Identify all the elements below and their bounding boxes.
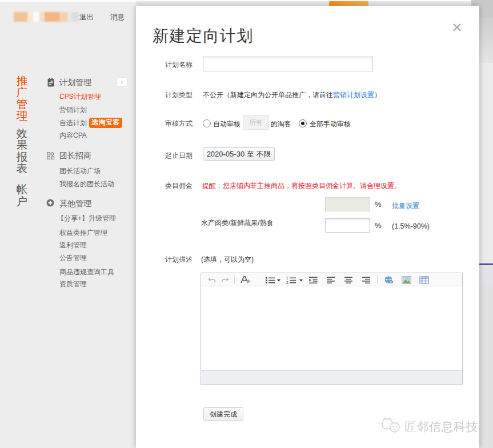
commission-warning: 提醒：您店铺内非主推商品，将按照类目佣金计算。请合理设置。 [202,182,401,190]
clipboard-icon [47,78,54,89]
align-right-icon[interactable] [362,275,371,285]
description-editor: 1 2 [201,273,463,385]
dialog-title: 新建定向计划 [153,27,254,45]
dates-label: 起止日期 [165,151,202,159]
vnav-item-promotion[interactable]: 推广管理 [17,75,29,121]
logout-link[interactable]: 退出 [79,13,94,21]
sidebar-item-share-plus[interactable]: 【分享+】升级管理 [57,214,116,222]
remove-format-icon[interactable] [240,275,251,285]
type-text: 不公开（新建定向为公开单品推广，请前往营销计划设置） [203,91,381,99]
svg-text:2: 2 [286,280,288,284]
watermark-text: 匠邻信息科技 [404,419,478,435]
svg-text:1: 1 [286,276,288,280]
submit-button[interactable]: 创建完成 [203,407,243,421]
undo-icon[interactable] [207,275,217,285]
editor-toolbar: 1 2 [201,273,462,286]
sidebar-item-my-leader-activities[interactable]: 我报名的团长活动 [59,180,114,188]
audit-label: 审核方式 [165,119,202,127]
type-text-before: 不公开（新建定向为公开单品推广，请前往 [203,91,333,99]
watermark-logo [380,417,402,437]
type-label: 计划类型 [165,91,202,99]
messages-link[interactable]: 消息 [110,13,125,21]
grid-icon [47,151,54,162]
description-hint: (选填，可以为空) [201,255,254,263]
date-range-button[interactable]: 2020-05-30 至 不限 [203,147,275,161]
editor-content[interactable] [201,287,462,370]
align-center-icon[interactable] [344,275,353,285]
toolbar-separator [377,275,378,284]
taoke-badge[interactable]: 选淘宝客 [89,118,122,128]
vnav-item-reports[interactable]: 效果报表 [17,127,29,174]
name-label: 计划名称 [165,61,202,69]
editor-statusbar [201,370,462,384]
description-label: 计划描述 [165,255,202,263]
sidebar-item-self-select-plan[interactable]: 自选计划 [59,119,87,127]
auto-audit-option[interactable]: 自动审核 [213,120,241,128]
bullet-list-icon[interactable] [265,275,281,285]
manual-audit-option[interactable]: 全部手动审核 [310,120,351,128]
auto-audit-radio[interactable] [203,119,211,127]
sidebar-item-announcement[interactable]: 公告管理 [59,254,87,262]
percent-sign-2: % [375,222,382,230]
image-icon[interactable] [402,275,411,285]
type-text-after: ） [374,91,381,99]
manual-audit-radio[interactable] [299,119,307,127]
sidebar-item-cps-plan[interactable]: CPS计划管理 [59,93,101,101]
sidebar-item-qualification[interactable]: 资质管理 [59,280,87,288]
plan-name-input[interactable] [203,57,373,71]
marketing-plan-settings-link[interactable]: 营销计划设置 [333,91,374,99]
indent-icon[interactable] [308,275,318,285]
new-plan-dialog: 新建定向计划 计划名称 计划类型 不公开（新建定向为公开单品推广，请前往营销计划… [136,6,479,448]
percent-sign-1: % [375,201,382,209]
default-commission-input [325,197,370,211]
sidebar-section-leader-recruit[interactable]: 团长招商 [59,151,91,160]
toolbar-separator [234,275,235,284]
redacted-username [14,12,78,22]
page: 退出 消息 推广管理 效果报表 帐户 计划管理 ‹ CPS计划管理 营销计划 自… [0,0,493,448]
sidebar-section-other-management[interactable]: 其他管理 [59,199,91,208]
scope-button[interactable]: 所有 [243,115,269,130]
range-hint: (1.5%-90%) [392,222,430,230]
plus-circle-icon [46,199,54,209]
dimmed-background-strip [479,0,493,448]
sidebar-item-marketing-plan[interactable]: 营销计划 [59,106,87,114]
batch-set-link[interactable]: 批量设置 [392,202,419,210]
close-icon[interactable] [451,22,463,33]
sidebar-item-rebate-management[interactable]: 返利管理 [59,241,87,249]
table-icon[interactable] [419,275,429,285]
numbered-list-icon[interactable]: 1 2 [286,275,304,285]
link-icon[interactable] [384,275,394,285]
vertical-nav: 推广管理 效果报表 帐户 [17,75,29,207]
align-left-icon[interactable] [326,275,335,285]
sidebar-item-leader-plaza[interactable]: 团长活动广场 [59,167,101,175]
category-name: 水产肉类/新鲜蔬果/熟食 [201,219,274,227]
sidebar-item-violation-tool[interactable]: 商品违规查询工具 [59,268,114,276]
category-commission-input[interactable] [325,218,370,233]
progress-segment [329,1,368,6]
sidebar-item-content-cpa[interactable]: 内容CPA [59,131,87,139]
redacted-separator [72,13,78,21]
sidebar-collapse-button[interactable]: ‹ [117,77,127,87]
auto-audit-suffix: 的淘客 [271,120,291,128]
sidebar-item-rights-promotion[interactable]: 权益类推广管理 [59,229,107,237]
sidebar-section-plan-management[interactable]: 计划管理 [59,78,91,87]
redo-icon[interactable] [221,275,230,285]
commission-label: 类目佣金 [165,182,202,190]
vnav-item-account[interactable]: 帐户 [17,183,29,207]
page-top-sliver [136,1,471,6]
